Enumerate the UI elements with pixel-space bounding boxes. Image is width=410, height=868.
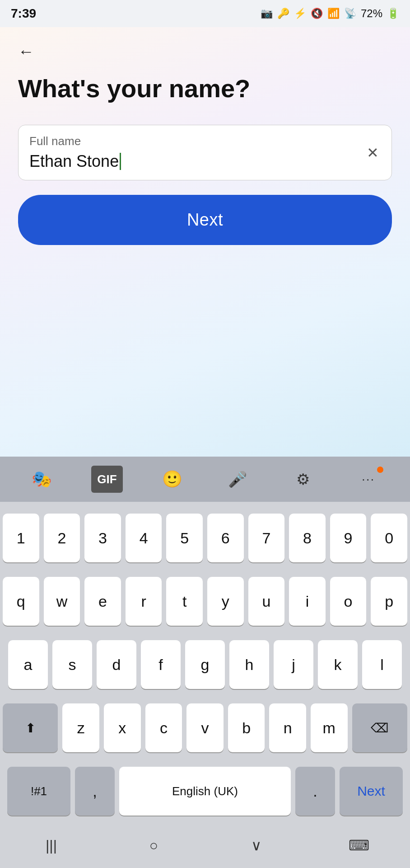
notification-dot [377, 467, 383, 473]
keyboard-rows: 1 2 3 4 5 6 7 8 9 0 q w e r t y u i o p … [0, 502, 410, 827]
key-s[interactable]: s [52, 640, 92, 689]
key-1[interactable]: 1 [3, 514, 39, 562]
text-cursor [120, 153, 121, 170]
key-x[interactable]: x [104, 703, 141, 752]
key-g[interactable]: g [185, 640, 225, 689]
key-y[interactable]: y [207, 577, 244, 626]
bottom-row: !#1 , English (UK) . Next [3, 767, 407, 816]
comma-key[interactable]: , [75, 767, 115, 816]
vpn-icon: 🔑 [277, 8, 289, 19]
signal-icon: 📡 [344, 8, 356, 19]
key-a[interactable]: a [8, 640, 48, 689]
input-value: Ethan Stone [29, 152, 365, 171]
clear-button[interactable]: ✕ [365, 144, 381, 162]
more-icon[interactable]: ··· [353, 466, 384, 493]
backspace-key[interactable]: ⌫ [352, 703, 407, 752]
next-button[interactable]: Next [18, 195, 392, 245]
emoji-icon[interactable]: 🙂 [157, 466, 188, 493]
key-2[interactable]: 2 [44, 514, 80, 562]
shift-key[interactable]: ⬆ [3, 703, 58, 752]
key-h[interactable]: h [229, 640, 269, 689]
status-bar: 7:39 📷 🔑 ⚡ 🔇 📶 📡 72% 🔋 [0, 0, 410, 27]
status-icons: 📷 🔑 ⚡ 🔇 📶 📡 72% 🔋 [261, 7, 399, 20]
space-key[interactable]: English (UK) [119, 767, 291, 816]
clear-icon: ✕ [367, 146, 379, 160]
key-0[interactable]: 0 [371, 514, 407, 562]
back-nav-button[interactable]: ∨ [238, 832, 275, 859]
input-text: Ethan Stone [29, 152, 119, 171]
status-time: 7:39 [11, 6, 36, 21]
key-v[interactable]: v [186, 703, 224, 752]
key-i[interactable]: i [289, 577, 326, 626]
key-7[interactable]: 7 [248, 514, 285, 562]
next-button-label: Next [187, 210, 223, 230]
back-button[interactable]: ← [18, 40, 392, 63]
menu-nav-button[interactable]: ||| [33, 832, 70, 859]
key-p[interactable]: p [371, 577, 407, 626]
input-label: Full name [29, 134, 365, 148]
key-q[interactable]: q [3, 577, 39, 626]
back-arrow-icon: ← [18, 43, 34, 60]
key-o[interactable]: o [330, 577, 367, 626]
key-z[interactable]: z [62, 703, 99, 752]
key-e[interactable]: e [84, 577, 121, 626]
name-input-container[interactable]: Full name Ethan Stone ✕ [18, 125, 392, 180]
key-3[interactable]: 3 [84, 514, 121, 562]
battery-icon: 🔋 [387, 8, 399, 19]
key-l[interactable]: l [362, 640, 402, 689]
key-k[interactable]: k [318, 640, 358, 689]
keyboard-nav-button[interactable]: ⌨ [341, 832, 377, 859]
sticker-icon[interactable]: 🎭 [26, 466, 57, 493]
key-6[interactable]: 6 [207, 514, 244, 562]
symbols-key[interactable]: !#1 [7, 767, 70, 816]
camera-icon: 📷 [261, 8, 273, 19]
key-8[interactable]: 8 [289, 514, 326, 562]
key-9[interactable]: 9 [330, 514, 367, 562]
microphone-icon[interactable]: 🎤 [222, 466, 253, 493]
key-5[interactable]: 5 [166, 514, 203, 562]
key-f[interactable]: f [141, 640, 181, 689]
home-nav-button[interactable]: ○ [136, 832, 172, 859]
input-wrapper: Full name Ethan Stone [29, 134, 365, 171]
keyboard-toolbar: 🎭 GIF 🙂 🎤 ⚙ ··· [0, 457, 410, 502]
key-j[interactable]: j [274, 640, 313, 689]
key-r[interactable]: r [126, 577, 162, 626]
settings-icon[interactable]: ⚙ [287, 466, 319, 493]
keyboard: 🎭 GIF 🙂 🎤 ⚙ ··· 1 2 3 4 5 6 7 8 [0, 457, 410, 868]
key-t[interactable]: t [166, 577, 203, 626]
numbers-row: 1 2 3 4 5 6 7 8 9 0 [3, 514, 407, 562]
gif-button[interactable]: GIF [91, 466, 123, 493]
key-4[interactable]: 4 [126, 514, 162, 562]
mute-icon: 🔇 [311, 8, 323, 19]
bluetooth-icon: ⚡ [294, 8, 306, 19]
keyboard-next-label: Next [357, 783, 385, 799]
key-c[interactable]: c [145, 703, 182, 752]
zxcv-row: ⬆ z x c v b n m ⌫ [3, 703, 407, 752]
key-u[interactable]: u [248, 577, 285, 626]
battery-level: 72% [361, 7, 382, 20]
asdf-row: a s d f g h j k l [3, 640, 407, 689]
wifi-icon: 📶 [327, 8, 340, 19]
main-content: ← What's your name? Full name Ethan Ston… [0, 27, 410, 457]
key-n[interactable]: n [269, 703, 306, 752]
page-title: What's your name? [18, 74, 392, 103]
key-w[interactable]: w [44, 577, 80, 626]
period-key[interactable]: . [295, 767, 335, 816]
qwerty-row: q w e r t y u i o p [3, 577, 407, 626]
bottom-nav: ||| ○ ∨ ⌨ [0, 827, 410, 868]
key-m[interactable]: m [311, 703, 348, 752]
key-b[interactable]: b [228, 703, 265, 752]
key-d[interactable]: d [97, 640, 136, 689]
keyboard-next-key[interactable]: Next [340, 767, 403, 816]
